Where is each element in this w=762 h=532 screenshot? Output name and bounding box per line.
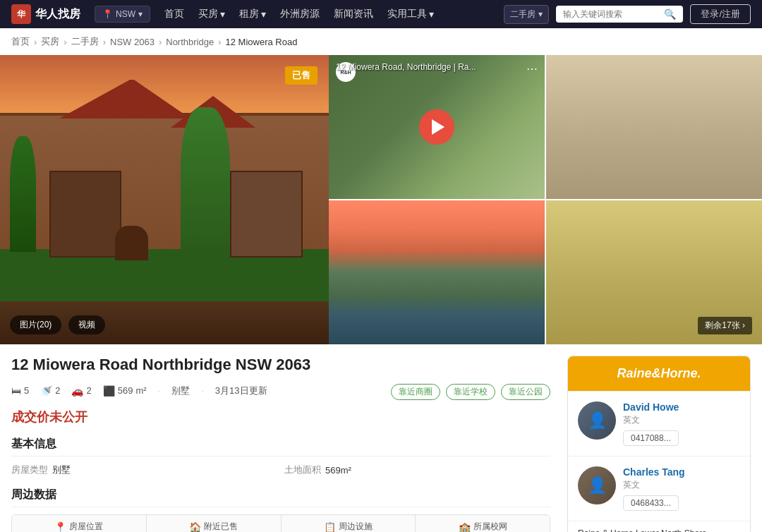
agency-logo: Raine&Horne.: [578, 366, 740, 381]
location-selector[interactable]: 📍 NSW ▾: [95, 6, 150, 23]
house-type-label: 房屋类型: [11, 464, 48, 476]
breadcrumb: 首页 › 买房 › 二手房 › NSW 2063 › Northbridge ›…: [0, 28, 762, 55]
login-button[interactable]: 登录/注册: [690, 4, 751, 24]
logo-text: 华人找房: [35, 7, 80, 22]
gallery-bottom-buttons: 图片(20) 视频: [10, 315, 105, 334]
property-price: 成交价未公开: [11, 409, 550, 425]
land-area-label: 土地面积: [284, 464, 321, 476]
property-meta: 🛏 5 🚿 2 🚗 2 ⬛ 569m² · 别墅 · 3月13日更新 靠近商圈 …: [11, 381, 550, 400]
agency-header: Raine&Horne.: [568, 356, 750, 391]
nav-tools[interactable]: 实用工具 ▾: [387, 8, 434, 20]
photos-button[interactable]: 图片(20): [10, 315, 61, 334]
logo-icon: 华: [11, 4, 31, 24]
breadcrumb-nsw[interactable]: NSW 2063: [110, 37, 155, 47]
gallery-main-photo[interactable]: 已售 图片(20) 视频: [0, 55, 329, 344]
nav-news[interactable]: 新闻资讯: [334, 8, 373, 20]
photo-gallery: 已售 图片(20) 视频 R&H 12 Miowera Road, Northb…: [0, 55, 762, 344]
agent-info-0: David Howe 英文 0417088...: [623, 401, 740, 446]
search-icon[interactable]: 🔍: [664, 8, 676, 20]
nearby-tag-1[interactable]: 靠近学校: [446, 384, 495, 400]
remaining-photos-badge[interactable]: 剩余17张 ›: [698, 317, 752, 334]
agent-avatar-0: 👤: [578, 401, 616, 440]
gallery-living-room[interactable]: [546, 55, 762, 199]
bed-icon: 🛏: [11, 385, 21, 397]
map-tabs: 📍 房屋位置 🏠 附近已售 📋 周边设施 🏫 所属校网: [11, 514, 550, 532]
video-options[interactable]: ⋯: [526, 62, 538, 75]
sold-badge: 已售: [285, 66, 318, 85]
nearby-sold-tab-icon: 🏠: [189, 521, 201, 533]
breadcrumb-buy[interactable]: 买房: [41, 35, 59, 48]
gallery-grid: R&H 12 Miowera Road, Northbridge | Ra...…: [329, 55, 762, 344]
agency-office-link[interactable]: Raine & Horne Lower North Shore Northbri…: [568, 521, 750, 532]
property-title: 12 Miowera Road Northbridge NSW 2063: [11, 356, 550, 374]
agency-link-text: Raine & Horne Lower North Shore Northbri…: [578, 528, 737, 532]
agent-phone-btn-0[interactable]: 0417088...: [623, 430, 679, 446]
property-type-selector[interactable]: 二手房 ▾: [504, 5, 549, 24]
page-content: 12 Miowera Road Northbridge NSW 2063 🛏 5…: [0, 344, 762, 532]
basic-info-grid: 房屋类型 别墅 土地面积 569m²: [11, 464, 550, 476]
play-button[interactable]: [419, 109, 454, 145]
property-type-label: 二手房: [510, 8, 536, 20]
bath-icon: 🚿: [40, 385, 52, 397]
agent-name-1[interactable]: Charles Tang: [623, 466, 740, 478]
update-date: 3月13日更新: [215, 385, 267, 397]
nav-links: 首页 买房 ▾ 租房 ▾ 外洲房源 新闻资讯 实用工具 ▾: [164, 8, 490, 20]
map-tab-nearby-sold[interactable]: 🏠 附近已售: [147, 515, 282, 532]
agent-sidebar: Raine&Horne. 👤 David Howe 英文 0417088... …: [567, 356, 751, 532]
area-size: ⬛ 569m²: [103, 385, 147, 397]
house-type-value: 别墅: [52, 464, 71, 476]
gallery-dining-room[interactable]: 剩余17张 ›: [546, 200, 762, 344]
cars-count: 🚗 2: [71, 385, 91, 397]
map-tab-facilities[interactable]: 📋 周边设施: [282, 515, 416, 532]
agency-card: Raine&Horne. 👤 David Howe 英文 0417088... …: [567, 356, 751, 532]
agent-avatar-1: 👤: [578, 466, 616, 504]
agent-phone-btn-1[interactable]: 0468433...: [623, 495, 679, 511]
location-label: NSW: [116, 9, 135, 19]
gallery-harbour-view[interactable]: [329, 200, 545, 344]
basic-info-title: 基本信息: [11, 437, 550, 457]
breadcrumb-secondhand[interactable]: 二手房: [71, 35, 99, 48]
school-tab-icon: 🏫: [459, 521, 471, 533]
map-tab-location[interactable]: 📍 房屋位置: [12, 515, 147, 532]
property-type: 别墅: [171, 385, 190, 397]
agent-info-1: Charles Tang 英文 0468433...: [623, 466, 740, 511]
area-icon: ⬛: [103, 385, 115, 397]
car-icon: 🚗: [71, 385, 83, 397]
agent-item-1: 👤 Charles Tang 英文 0468433...: [568, 456, 750, 521]
location-tab-icon: 📍: [54, 521, 66, 533]
land-area-value: 569m²: [325, 465, 351, 476]
site-logo: 华 华人找房: [11, 4, 80, 24]
property-details: 12 Miowera Road Northbridge NSW 2063 🛏 5…: [11, 356, 567, 532]
facilities-tab-icon: 📋: [324, 521, 336, 533]
breadcrumb-current: 12 Miowera Road: [226, 37, 298, 47]
breadcrumb-suburb[interactable]: Northbridge: [166, 37, 214, 47]
breadcrumb-home[interactable]: 首页: [11, 35, 30, 48]
nearby-tag-0[interactable]: 靠近商圈: [391, 384, 440, 400]
agent-name-0[interactable]: David Howe: [623, 401, 740, 413]
agent-item-0: 👤 David Howe 英文 0417088...: [568, 391, 750, 456]
nearby-tag-2[interactable]: 靠近公园: [501, 384, 550, 400]
nav-overseas[interactable]: 外洲房源: [280, 8, 320, 20]
search-input[interactable]: [563, 9, 660, 19]
baths-count: 🚿 2: [40, 385, 60, 397]
search-box[interactable]: 🔍: [556, 6, 683, 23]
house-type-row: 房屋类型 别墅: [11, 464, 277, 476]
beds-count: 🛏 5: [11, 385, 29, 397]
map-tab-school[interactable]: 🏫 所属校网: [416, 515, 550, 532]
gallery-video-cell[interactable]: R&H 12 Miowera Road, Northbridge | Ra...…: [329, 55, 545, 199]
nearby-section-title: 周边数据: [11, 488, 550, 507]
nav-home[interactable]: 首页: [164, 8, 184, 20]
nav-rent[interactable]: 租房 ▾: [239, 8, 266, 20]
video-button[interactable]: 视频: [68, 315, 105, 334]
nav-right: 二手房 ▾ 🔍 登录/注册: [504, 4, 751, 24]
agent-lang-1: 英文: [623, 479, 740, 491]
main-nav: 华 华人找房 📍 NSW ▾ 首页 买房 ▾ 租房 ▾ 外洲房源 新闻资讯 实用…: [0, 0, 762, 28]
land-area-row: 土地面积 569m²: [284, 464, 550, 476]
nav-buy[interactable]: 买房 ▾: [198, 8, 225, 20]
video-title-text: 12 Miowera Road, Northbridge | Ra...: [336, 62, 524, 72]
nearby-tags: 靠近商圈 靠近学校 靠近公园: [391, 384, 550, 400]
agent-lang-0: 英文: [623, 414, 740, 426]
